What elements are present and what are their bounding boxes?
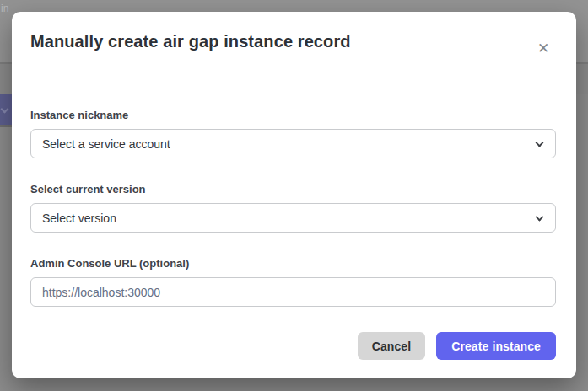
instance-nickname-group: Instance nickname Select a service accou… — [30, 109, 556, 158]
admin-console-url-group: Admin Console URL (optional) — [30, 257, 556, 307]
admin-console-url-input[interactable] — [30, 277, 556, 307]
field-label-current-version: Select current version — [30, 183, 556, 196]
close-button[interactable]: ✕ — [534, 39, 553, 57]
create-air-gap-instance-modal: Manually create air gap instance record … — [12, 12, 576, 378]
version-select[interactable]: Select version — [30, 203, 556, 233]
field-label-instance-nickname: Instance nickname — [30, 109, 556, 122]
modal-footer: Cancel Create instance — [30, 332, 556, 360]
chevron-down-icon — [1, 105, 9, 114]
close-icon: ✕ — [537, 41, 549, 56]
background-clipped-text: in — [1, 3, 9, 14]
admin-console-url-wrap — [30, 277, 556, 307]
current-version-group: Select current version Select version — [30, 183, 556, 233]
cancel-button[interactable]: Cancel — [358, 332, 426, 360]
version-select-wrap: Select version — [30, 203, 556, 233]
modal-title: Manually create air gap instance record — [30, 32, 556, 51]
create-instance-button[interactable]: Create instance — [436, 332, 556, 360]
create-instance-form: Instance nickname Select a service accou… — [30, 109, 556, 360]
service-account-select-wrap: Select a service account — [30, 129, 556, 158]
service-account-select[interactable]: Select a service account — [30, 129, 556, 158]
field-label-admin-console-url: Admin Console URL (optional) — [30, 257, 556, 270]
